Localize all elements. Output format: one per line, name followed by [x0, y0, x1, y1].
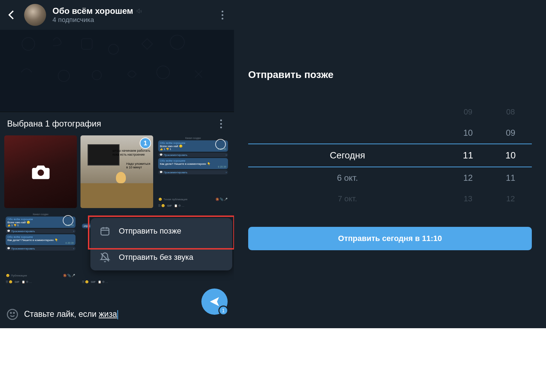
- chat-subtitle: 4 подписчика: [52, 16, 210, 24]
- send-icon: [208, 296, 221, 308]
- datetime-picker[interactable]: 09 08 10 09 Сегодня 11 10 6 окт. 12 11 7…: [234, 102, 546, 209]
- svg-point-4: [58, 70, 69, 82]
- send-button[interactable]: 1: [201, 289, 228, 315]
- back-icon[interactable]: [6, 9, 18, 21]
- photo-thumb-1[interactable]: штош начинаем работатьпока есть настроен…: [80, 135, 153, 208]
- emoji-icon[interactable]: [6, 308, 18, 320]
- blank-region: [0, 328, 546, 392]
- picker-date[interactable]: [248, 122, 447, 144]
- mini-reaction: 👎 1: [13, 224, 19, 227]
- svg-point-7: [38, 169, 44, 176]
- schedule-dialog: Отправить позже 09 08 10 09 Сегодня 11 1…: [234, 0, 546, 328]
- mini-label: Канал создан: [158, 137, 228, 139]
- mini-time: 6 20:39: [66, 242, 74, 244]
- sheet-menu-icon[interactable]: [215, 118, 227, 130]
- mini-msg-text: Как дела? Пишите в комментариях 👇: [160, 162, 226, 166]
- svg-rect-5: [92, 71, 101, 80]
- thumb-caption: пока есть настроение: [112, 153, 145, 156]
- picker-hour-selected[interactable]: 11: [447, 144, 489, 167]
- selection-badge[interactable]: 1: [140, 138, 151, 149]
- picker-minute[interactable]: 12: [489, 189, 532, 209]
- send-count-badge: 1: [218, 306, 228, 315]
- photo-thumb-3[interactable]: Канал создан Обо всём хорошем Всем хаю-х…: [4, 212, 77, 284]
- mini-channel: Обо всём хорошем: [7, 235, 74, 239]
- mini-msg-text: Как дела? Пишите в комментариях 👇: [7, 239, 74, 242]
- mini-comment: Прокомментировать: [11, 230, 35, 233]
- composer-text-part: Ставьте лайк, если: [24, 309, 99, 319]
- message-composer: Ставьте лайк, если жиза: [0, 301, 234, 328]
- photo-thumb-2[interactable]: Канал создан Обо всём хорошем Всем хаю-х…: [157, 135, 229, 208]
- mini-pub: Публикация: [11, 274, 27, 277]
- svg-point-15: [13, 312, 15, 313]
- picker-date[interactable]: [248, 102, 447, 122]
- header-menu-icon[interactable]: [216, 9, 228, 21]
- composer-text-underline: жиза: [99, 309, 117, 319]
- svg-point-6: [157, 66, 169, 79]
- chat-title-block[interactable]: Обо всём хорошем 4 подписчика: [52, 6, 210, 24]
- avatar[interactable]: [24, 4, 46, 26]
- picker-hour[interactable]: 12: [447, 167, 489, 189]
- picker-minute-selected[interactable]: 10: [489, 144, 532, 167]
- picker-date[interactable]: 7 окт.: [248, 189, 447, 209]
- bell-off-icon: [100, 252, 110, 263]
- svg-point-3: [170, 35, 184, 49]
- mini-reaction: 👍 1: [160, 148, 165, 151]
- picker-hour[interactable]: 13: [447, 189, 489, 209]
- picker-minute[interactable]: 09: [489, 122, 532, 144]
- thumb-caption: штош начинаем работать: [112, 149, 150, 152]
- chat-header: Обо всём хорошем 4 подписчика: [0, 0, 234, 30]
- menu-send-silent[interactable]: Отправить без звука: [90, 244, 232, 270]
- mini-quiet: Тихая публикация: [163, 198, 187, 201]
- picker-minute[interactable]: 08: [489, 102, 532, 122]
- menu-label: Отправить позже: [119, 226, 181, 236]
- mini-reaction: 👍 1: [7, 224, 13, 227]
- text-cursor: [117, 310, 118, 319]
- muted-icon: [136, 8, 143, 14]
- selection-circle[interactable]: [215, 139, 226, 150]
- mini-label: Канал создан: [6, 213, 76, 215]
- mini-comment: Прокомментировать: [11, 247, 35, 250]
- svg-point-13: [7, 309, 17, 319]
- svg-point-2: [108, 44, 118, 54]
- camera-tile[interactable]: [4, 135, 77, 208]
- mini-channel: Обо всём хорошем: [160, 159, 226, 162]
- mini-reaction: 👎 1: [166, 148, 171, 151]
- thumb-caption: в 10 минут: [126, 166, 142, 169]
- sheet-title: Выбрана 1 фотография: [7, 119, 211, 129]
- chat-title: Обо всём хорошем: [52, 6, 133, 16]
- selection-circle[interactable]: [63, 215, 73, 226]
- svg-rect-8: [101, 228, 109, 235]
- picker-hour[interactable]: 10: [447, 122, 489, 144]
- svg-rect-1: [82, 39, 92, 49]
- mini-time: 6 20:39: [218, 166, 226, 168]
- composer-input[interactable]: Ставьте лайк, если жиза: [24, 309, 228, 319]
- mini-comment: Прокомментировать: [164, 154, 187, 156]
- menu-label: Отправить без звука: [119, 253, 193, 262]
- calendar-icon: [100, 226, 110, 236]
- picker-minute[interactable]: 11: [489, 167, 532, 189]
- picker-hour[interactable]: 09: [447, 102, 489, 122]
- confirm-schedule-button[interactable]: Отправить сегодня в 11:10: [248, 227, 532, 250]
- picker-date[interactable]: 6 окт.: [248, 167, 447, 189]
- svg-point-0: [22, 38, 35, 50]
- thumb-caption: Надо уложиться: [126, 162, 150, 166]
- camera-icon: [31, 163, 50, 180]
- context-menu: Отправить позже Отправить без звука: [90, 218, 232, 270]
- chat-screen: Обо всём хорошем 4 подписчика Выбрана 1 …: [0, 0, 234, 328]
- chat-background: [0, 30, 234, 111]
- dialog-title: Отправить позже: [234, 69, 546, 102]
- menu-send-later[interactable]: Отправить позже: [90, 218, 232, 244]
- mini-comment: Прокомментировать: [164, 171, 187, 174]
- svg-point-14: [10, 312, 11, 313]
- picker-date-selected[interactable]: Сегодня: [248, 144, 447, 167]
